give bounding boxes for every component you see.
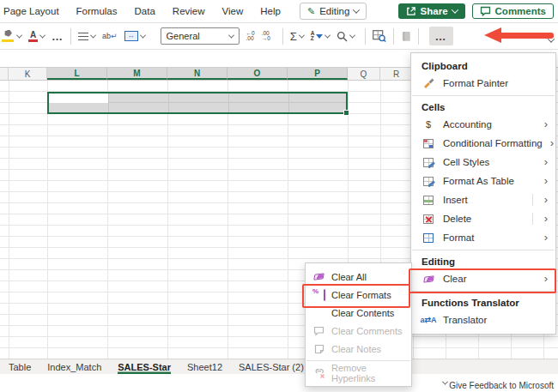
column-header-l[interactable]: L	[47, 68, 107, 80]
excel-online-window: Page Layout Formulas Data Review View He…	[0, 0, 558, 392]
sheet-tab-index-match[interactable]: Index_Match	[47, 359, 101, 374]
book-icon	[401, 31, 411, 42]
cell-selection-range[interactable]	[47, 92, 348, 114]
format-painter-icon	[422, 78, 435, 89]
submenu-item-remove-hyperlinks: Remove Hyperlinks	[306, 364, 411, 382]
editing-mode-label: Editing	[319, 6, 349, 16]
chevron-down-icon[interactable]	[442, 379, 448, 385]
eraser-icon	[312, 274, 325, 280]
menu-item-format[interactable]: Format ›	[411, 228, 555, 247]
find-button[interactable]	[337, 26, 355, 46]
column-header-q[interactable]: Q	[348, 68, 380, 80]
menu-divider	[306, 360, 410, 361]
conditional-formatting-icon	[422, 139, 435, 148]
chevron-down-icon	[90, 32, 96, 38]
tab-data[interactable]: Data	[126, 6, 164, 16]
sort-filter-button[interactable]: AZ	[311, 26, 330, 46]
fill-color-button[interactable]	[2, 26, 21, 46]
tab-formulas[interactable]: Formulas	[68, 6, 126, 16]
chevron-down-icon	[16, 32, 22, 38]
toolbar-divider	[282, 28, 283, 45]
submenu-arrow-icon: ›	[544, 214, 548, 224]
annotation-box-clear	[409, 268, 556, 293]
workbook-statistics-button[interactable]	[401, 26, 411, 46]
menu-section-cells: Cells	[411, 99, 555, 115]
sheet-tab-table[interactable]: Table	[9, 359, 31, 374]
ellipsis-icon: …	[52, 30, 64, 43]
menu-item-delete[interactable]: Delete ›	[411, 209, 555, 228]
chevron-down-icon	[324, 32, 331, 38]
decrease-decimal-button[interactable]: .00 →0	[262, 26, 270, 46]
column-header-p[interactable]: P	[288, 68, 348, 80]
merge-center-icon: ↔	[124, 31, 138, 41]
format-as-table-icon	[422, 177, 435, 186]
column-header-n[interactable]: N	[167, 68, 227, 80]
submenu-arrow-icon: ›	[550, 138, 554, 148]
column-header-r[interactable]: R	[380, 68, 413, 80]
menu-item-insert[interactable]: Insert ›	[411, 190, 555, 209]
number-format-select[interactable]: General	[161, 27, 240, 45]
share-icon	[406, 6, 416, 16]
fill-handle[interactable]	[343, 110, 349, 116]
note-icon	[312, 344, 325, 354]
autosum-button[interactable]: Σ	[290, 26, 304, 46]
column-header-k[interactable]: K	[9, 68, 47, 80]
menubar-right-group: Share Comments	[398, 3, 558, 19]
search-icon	[337, 31, 348, 42]
submenu-arrow-icon: ›	[544, 157, 548, 167]
toolbar-divider	[418, 28, 419, 45]
menu-item-translator[interactable]: a⇄A Translator	[411, 311, 555, 329]
comment-icon	[312, 326, 325, 336]
format-cells-icon	[422, 233, 435, 243]
accounting-icon: $	[422, 119, 435, 130]
active-cell[interactable]	[49, 93, 108, 103]
increase-decimal-button[interactable]: ←0 .00	[246, 26, 255, 46]
submenu-arrow-icon: ›	[544, 232, 548, 243]
share-button[interactable]: Share	[398, 3, 465, 19]
sort-filter-icon: AZ	[311, 31, 323, 42]
editing-mode-button[interactable]: ✎ Editing	[300, 3, 367, 20]
feedback-link[interactable]: Give Feedback to Microsoft	[449, 381, 554, 390]
gridline	[167, 81, 168, 359]
analyze-data-button[interactable]	[373, 26, 386, 46]
chevron-down-icon	[299, 32, 305, 38]
sheet-tab-sheet12[interactable]: Sheet12	[187, 359, 222, 374]
tab-help[interactable]: Help	[252, 6, 289, 16]
tab-review[interactable]: Review	[164, 6, 214, 16]
menu-item-accounting[interactable]: $ Accounting ›	[411, 115, 555, 134]
annotation-arrow-icon	[484, 27, 501, 43]
toolbar-divider	[365, 28, 366, 45]
chevron-down-icon	[39, 32, 45, 38]
submenu-arrow-icon: ›	[544, 119, 548, 130]
pencil-icon: ✎	[307, 7, 315, 15]
merge-center-button[interactable]: ↔	[124, 26, 145, 46]
submenu-item-clear-all[interactable]: Clear All	[306, 268, 411, 286]
ribbon-toolbar: A … ab↵ ↔ General ←0	[0, 23, 558, 50]
menu-item-format-painter[interactable]: Format Painter	[411, 74, 555, 93]
split-button-divider	[532, 213, 533, 225]
wrap-text-button[interactable]: ab↵	[102, 26, 118, 46]
comments-button[interactable]: Comments	[472, 3, 554, 19]
translator-icon: a⇄A	[422, 316, 435, 324]
number-format-value: General	[167, 31, 200, 41]
chevron-down-icon	[451, 6, 458, 13]
analyze-data-icon	[373, 30, 386, 42]
alignment-button[interactable]	[78, 26, 95, 46]
ribbon-overflow-button[interactable]: …	[429, 27, 453, 45]
menu-item-conditional-formatting[interactable]: Conditional Formatting ›	[411, 134, 555, 153]
wrap-text-icon: ab↵	[102, 33, 118, 40]
sheet-tab-sales-star-2[interactable]: SALES-Star (2)	[239, 359, 304, 374]
tab-page-layout[interactable]: Page Layout	[0, 6, 68, 16]
font-color-button[interactable]: A	[28, 26, 45, 46]
column-header-m[interactable]: M	[107, 68, 167, 80]
submenu-arrow-icon: ›	[544, 176, 548, 186]
menu-item-format-as-table[interactable]: Format As Table ›	[411, 172, 555, 190]
more-font-options-button[interactable]: …	[52, 26, 64, 46]
tab-view[interactable]: View	[214, 6, 252, 16]
status-bar: Give Feedback to Microsoft	[0, 374, 558, 392]
submenu-item-clear-comments: Clear Comments	[306, 322, 411, 340]
menu-item-cell-styles[interactable]: Cell Styles ›	[411, 153, 555, 172]
sheet-tab-sales-star[interactable]: SALES-Star	[118, 359, 171, 374]
sigma-sum-icon: Σ	[290, 30, 297, 43]
column-header-o[interactable]: O	[227, 68, 288, 80]
